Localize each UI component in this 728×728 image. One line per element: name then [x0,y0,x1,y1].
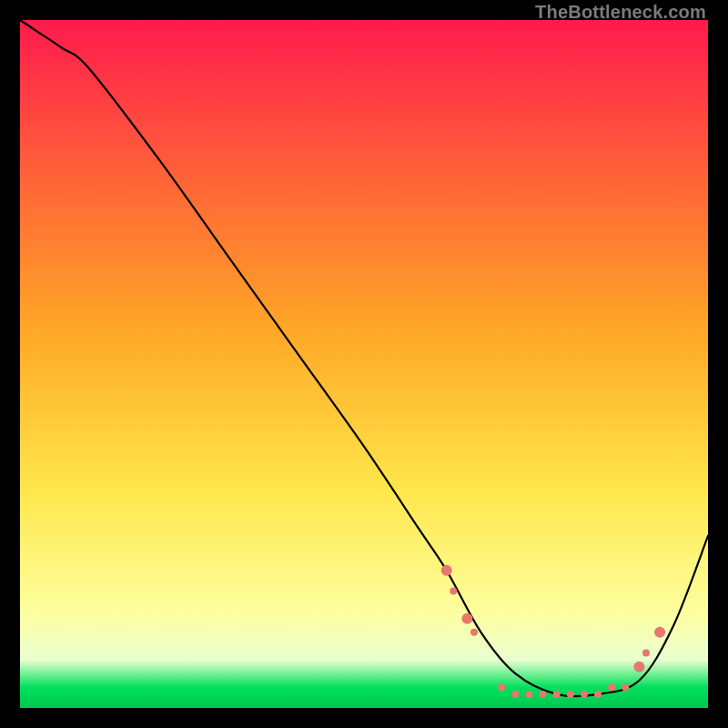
marker-dot [633,662,644,672]
marker-dot [567,691,574,698]
gradient-background [20,20,708,708]
marker-dot [450,587,457,594]
marker-dot [511,691,519,698]
chart-frame: TheBottleneck.com [0,0,728,728]
marker-dot [642,650,650,657]
marker-dot [525,691,532,698]
watermark-text: TheBottleneck.com [535,2,706,23]
chart-svg [20,20,708,708]
marker-dot [622,683,629,691]
marker-dot [470,629,478,636]
marker-dot [654,627,665,638]
marker-dot [540,691,547,698]
marker-dot [594,691,602,698]
marker-dot [608,683,615,691]
marker-dot [461,613,472,624]
marker-dot [498,683,505,691]
marker-dot [441,565,452,576]
marker-dot [581,691,588,698]
plot-area [20,20,708,708]
marker-dot [553,691,561,698]
